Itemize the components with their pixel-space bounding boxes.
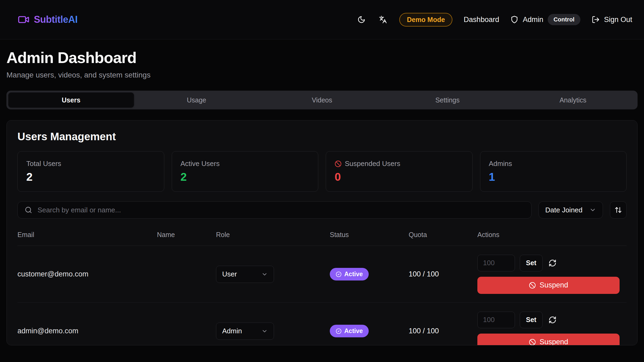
sort-field-select[interactable]: Date Joined: [539, 201, 603, 219]
arrow-up-down-icon: [614, 206, 622, 214]
top-navbar: SubtitleAI Demo Mode Dashbo: [0, 0, 644, 39]
role-select-value: Admin: [222, 327, 242, 335]
page-subtitle: Manage users, videos, and system setting…: [6, 71, 638, 79]
stat-label: Admins: [489, 160, 618, 168]
column-header-email: Email: [17, 231, 157, 239]
tab-videos[interactable]: Videos: [259, 93, 385, 108]
dashboard-link[interactable]: Dashboard: [464, 16, 499, 24]
stat-label: Total Users: [26, 160, 155, 168]
search-box: [17, 201, 532, 219]
shield-icon: [510, 16, 518, 24]
tab-usage[interactable]: Usage: [134, 93, 259, 108]
status-badge-label: Active: [344, 327, 363, 335]
suspend-button-label: Suspend: [540, 338, 568, 345]
ban-icon: [335, 160, 342, 167]
column-header-name: Name: [157, 231, 216, 239]
reset-quota-button[interactable]: [547, 315, 558, 325]
stat-card-active-users: Active Users 2: [172, 151, 319, 192]
search-input[interactable]: [38, 206, 524, 214]
quota-input[interactable]: [477, 255, 515, 271]
status-badge: Active: [330, 268, 369, 280]
log-out-icon: [592, 16, 600, 24]
table-row: admin@demo.com Admin: [17, 303, 627, 345]
sort-direction-button[interactable]: [610, 201, 627, 219]
refresh-icon: [548, 259, 557, 267]
stat-value: 2: [26, 171, 155, 183]
chevron-down-icon: [589, 206, 596, 213]
row-actions: Set: [477, 312, 627, 346]
language-toggle-button[interactable]: [378, 14, 388, 25]
stat-value: 0: [335, 171, 464, 183]
users-management-panel: Users Management Total Users 2 Active Us…: [6, 120, 638, 345]
brand-name: SubtitleAI: [34, 14, 78, 25]
page-title: Admin Dashboard: [6, 49, 638, 67]
column-header-actions: Actions: [477, 231, 627, 239]
quota-value: 100 / 100: [409, 327, 477, 335]
sign-out-label: Sign Out: [604, 16, 632, 24]
admin-role-indicator: Admin Control: [510, 14, 580, 25]
set-quota-button[interactable]: Set: [520, 312, 543, 328]
table-row: customer@demo.com User: [17, 246, 627, 303]
table-header: Email Name Role Status Quota Actions: [17, 231, 627, 246]
stat-label: Suspended Users: [335, 160, 464, 168]
moon-icon: [357, 16, 365, 24]
stat-value: 1: [489, 171, 618, 183]
reset-quota-button[interactable]: [547, 258, 558, 268]
user-email: customer@demo.com: [17, 270, 157, 278]
admin-label: Admin: [523, 16, 543, 24]
row-actions: Set: [477, 255, 627, 294]
ban-icon: [529, 282, 536, 289]
navbar-actions: Demo Mode Dashboard Admin Control: [356, 13, 632, 27]
stat-card-admins: Admins 1: [480, 151, 627, 192]
control-badge: Control: [548, 14, 580, 25]
chevron-down-icon: [261, 271, 268, 278]
check-circle-icon: [336, 328, 342, 334]
suspend-button[interactable]: Suspend: [477, 334, 620, 346]
demo-mode-badge: Demo Mode: [399, 13, 452, 27]
tab-users[interactable]: Users: [8, 93, 134, 108]
stat-card-total-users: Total Users 2: [17, 151, 164, 192]
role-select[interactable]: User: [216, 266, 274, 283]
refresh-icon: [548, 316, 557, 324]
stat-card-suspended-users: Suspended Users 0: [326, 151, 473, 192]
suspend-button-label: Suspend: [540, 281, 568, 289]
table-toolbar: Date Joined: [17, 201, 627, 219]
sort-field-value: Date Joined: [545, 206, 583, 214]
tab-settings[interactable]: Settings: [385, 93, 510, 108]
main-content: Admin Dashboard Manage users, videos, an…: [0, 49, 644, 345]
user-email: admin@demo.com: [17, 327, 157, 335]
quota-value: 100 / 100: [409, 270, 477, 278]
tab-bar: Users Usage Videos Settings Analytics: [6, 91, 638, 109]
theme-toggle-button[interactable]: [356, 14, 367, 25]
stat-value: 2: [181, 171, 310, 183]
column-header-role: Role: [216, 231, 330, 239]
brand-logo[interactable]: SubtitleAI: [18, 14, 78, 25]
column-header-quota: Quota: [409, 231, 477, 239]
stats-row: Total Users 2 Active Users 2 Suspended: [17, 151, 627, 192]
chevron-down-icon: [261, 328, 268, 334]
stat-label: Active Users: [181, 160, 310, 168]
quota-input[interactable]: [477, 312, 515, 328]
app-root: SubtitleAI Demo Mode Dashbo: [0, 0, 644, 345]
video-camera-icon: [18, 14, 30, 25]
role-select-value: User: [222, 270, 237, 278]
status-badge-label: Active: [344, 271, 363, 278]
ban-icon: [529, 339, 536, 346]
column-header-status: Status: [330, 231, 409, 239]
set-quota-button[interactable]: Set: [520, 255, 543, 271]
status-badge: Active: [330, 325, 369, 337]
tab-analytics[interactable]: Analytics: [510, 93, 636, 108]
panel-title: Users Management: [17, 131, 627, 143]
check-circle-icon: [336, 271, 342, 277]
search-icon: [25, 206, 32, 214]
sign-out-button[interactable]: Sign Out: [592, 16, 632, 24]
languages-icon: [379, 16, 387, 24]
users-table: Email Name Role Status Quota Actions cus…: [17, 231, 627, 345]
suspend-button[interactable]: Suspend: [477, 277, 620, 294]
stat-label-text: Suspended Users: [345, 160, 400, 168]
role-select[interactable]: Admin: [216, 323, 274, 340]
